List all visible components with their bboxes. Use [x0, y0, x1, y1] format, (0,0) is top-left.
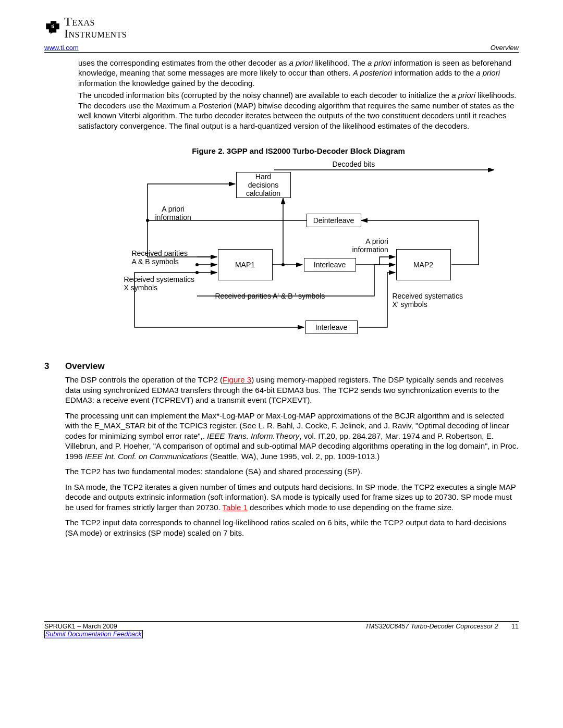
- section-title: Overview: [65, 361, 105, 372]
- hard-decisions-box: Harddecisionscalculation: [236, 172, 291, 198]
- section-para-5: The TCP2 input data corresponds to chann…: [65, 517, 519, 538]
- ti-logo-text: TEXAS INSTRUMENTS: [64, 16, 127, 40]
- apriori-right-label: A prioriinformation: [352, 237, 388, 254]
- map2-box: MAP2: [396, 249, 451, 280]
- section-para-2: The processing unit can implement the Ma…: [65, 411, 519, 462]
- table-1-link[interactable]: Table 1: [223, 503, 248, 512]
- decoded-bits-label: Decoded bits: [333, 160, 375, 168]
- intro-para-2: The uncoded information bits (corrupted …: [78, 90, 519, 131]
- received-systematics-xprime-label: Received systematicsX' symbols: [393, 292, 463, 309]
- svg-text:ti: ti: [52, 24, 54, 29]
- page-footer: SPRUGK1 – March 2009 TMS320C6457 Turbo-D…: [44, 621, 519, 638]
- interleave-mid-box: Interleave: [304, 258, 356, 272]
- interleave-bottom-box: Interleave: [305, 320, 358, 334]
- block-diagram: Harddecisionscalculation Deinterleave MA…: [103, 161, 494, 343]
- section-number: 3: [44, 361, 65, 372]
- received-parities-abprime-label: Received parities A' & B ' symbols: [215, 292, 325, 300]
- submit-feedback-link[interactable]: Submit Documentation Feedback: [44, 630, 143, 638]
- footer-page-number: 11: [511, 623, 519, 630]
- header-url-link[interactable]: www.ti.com: [44, 44, 79, 52]
- section-para-1: The DSP controls the operation of the TC…: [65, 375, 519, 405]
- map1-box: MAP1: [218, 249, 273, 280]
- footer-left: SPRUGK1 – March 2009: [44, 623, 117, 630]
- deinterleave-box: Deinterleave: [307, 214, 361, 227]
- ti-chip-icon: ti: [44, 19, 61, 36]
- hard-decisions-label: Harddecisionscalculation: [246, 172, 280, 198]
- section-para-4: In SA mode, the TCP2 iterates a given nu…: [65, 482, 519, 513]
- ti-logo: ti TEXAS INSTRUMENTS: [44, 16, 519, 40]
- received-parities-ab-label: Received paritiesA & B symbols: [132, 249, 188, 266]
- intro-para-1: uses the corresponding estimates from th…: [78, 58, 519, 89]
- received-systematics-x-label: Received systematicsX symbols: [124, 275, 194, 292]
- figure-3-link[interactable]: Figure 3: [223, 375, 251, 384]
- section-heading: 3 Overview: [44, 361, 519, 372]
- footer-doc-title: TMS320C6457 Turbo-Decoder Coprocessor 2: [365, 623, 498, 630]
- header-section: Overview: [491, 44, 519, 52]
- apriori-left-label: A prioriinformation: [155, 205, 191, 221]
- figure-caption: Figure 2. 3GPP and IS2000 Turbo-Decoder …: [78, 146, 519, 155]
- section-para-3: The TCP2 has two fundamental modes: stan…: [65, 466, 519, 477]
- page-header-row: www.ti.com Overview: [44, 44, 519, 53]
